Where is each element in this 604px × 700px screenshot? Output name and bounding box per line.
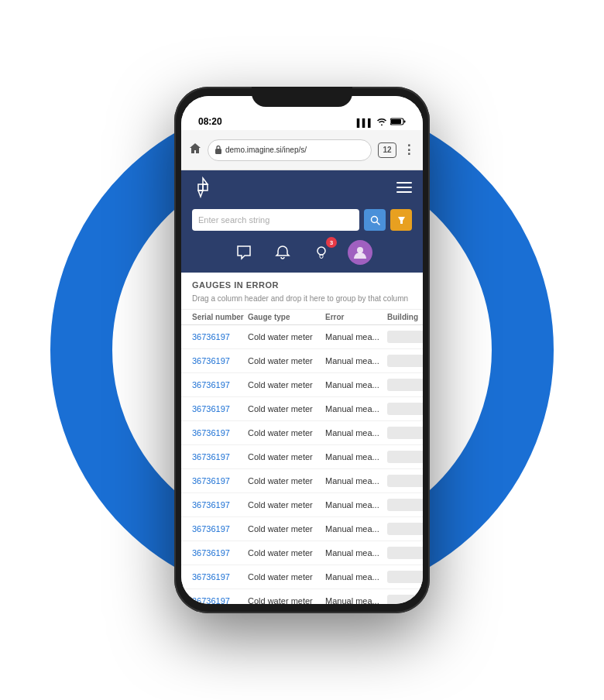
table-row[interactable]: 36736197 Cold water meter Manual mea...: [181, 349, 423, 373]
hamburger-line-3: [396, 191, 412, 193]
cell-error: Manual mea...: [325, 452, 387, 462]
table-row[interactable]: 36736197 Cold water meter Manual mea...: [181, 541, 423, 565]
cell-error: Manual mea...: [325, 332, 387, 341]
drag-hint: Drag a column header and drop it here to…: [181, 293, 423, 310]
app-logo: [192, 177, 214, 198]
filter-button[interactable]: [390, 209, 412, 231]
cell-building: [387, 499, 423, 511]
cell-error: Manual mea...: [325, 404, 387, 413]
scene: 08:20 ▌▌▌: [0, 0, 604, 700]
table-row[interactable]: 36736197 Cold water meter Manual mea...: [181, 397, 423, 421]
cell-type: Cold water meter: [248, 332, 325, 341]
table-body: 36736197 Cold water meter Manual mea... …: [181, 325, 423, 604]
svg-rect-3: [215, 149, 221, 154]
table-row[interactable]: 36736197 Cold water meter Manual mea...: [181, 325, 423, 349]
table-area[interactable]: GAUGES IN ERROR Drag a column header and…: [181, 273, 423, 604]
svg-marker-4: [203, 178, 208, 184]
col-header-error: Error: [325, 313, 387, 321]
cell-error: Manual mea...: [325, 572, 387, 582]
svg-line-9: [376, 221, 379, 225]
cell-type: Cold water meter: [248, 356, 325, 365]
cell-error: Manual mea...: [325, 548, 387, 558]
table-row[interactable]: 36736197 Cold water meter Manual mea...: [181, 373, 423, 397]
browser-tabs-button[interactable]: 12: [378, 142, 396, 158]
svg-marker-7: [198, 190, 203, 197]
browser-chrome: demo.imagine.si/inep/s/ 12 ⋮: [181, 130, 423, 170]
signal-icon: ▌▌▌: [357, 118, 373, 127]
cell-building: [387, 379, 423, 391]
cell-building: [387, 427, 423, 439]
lock-icon: [214, 145, 222, 156]
app-header: [181, 170, 423, 204]
hamburger-line-1: [396, 182, 412, 184]
cell-building: [387, 331, 423, 343]
cell-type: Cold water meter: [248, 428, 325, 438]
cell-serial: 36736197: [192, 356, 248, 365]
svg-marker-5: [203, 184, 208, 190]
phone-shell: 08:20 ▌▌▌: [174, 87, 430, 613]
table-row[interactable]: 36736197 Cold water meter Manual mea...: [181, 421, 423, 445]
cell-serial: 36736197: [192, 524, 248, 534]
user-avatar-button[interactable]: [348, 240, 372, 265]
cell-serial: 36736197: [192, 332, 248, 341]
cell-serial: 36736197: [192, 500, 248, 510]
address-text: demo.imagine.si/inep/s/: [225, 146, 307, 154]
battery-icon: [390, 118, 406, 127]
svg-marker-6: [198, 184, 203, 190]
hamburger-menu-button[interactable]: [396, 182, 412, 193]
address-bar[interactable]: demo.imagine.si/inep/s/: [208, 139, 372, 161]
section-title: GAUGES IN ERROR: [181, 273, 423, 293]
cell-type: Cold water meter: [248, 524, 325, 534]
home-icon[interactable]: [189, 142, 201, 158]
phone-notch: [252, 87, 352, 107]
cell-serial: 36736197: [192, 476, 248, 486]
search-button[interactable]: [364, 209, 386, 231]
cell-building: [387, 571, 423, 583]
cell-error: Manual mea...: [325, 500, 387, 510]
table-row[interactable]: 36736197 Cold water meter Manual mea...: [181, 493, 423, 517]
cell-building: [387, 355, 423, 367]
cell-building: [387, 451, 423, 463]
cell-serial: 36736197: [192, 404, 248, 413]
svg-rect-1: [404, 121, 406, 123]
chat-button[interactable]: [232, 240, 256, 265]
cell-type: Cold water meter: [248, 452, 325, 462]
col-header-serial: Serial number: [192, 313, 248, 321]
table-row[interactable]: 36736197 Cold water meter Manual mea...: [181, 517, 423, 541]
cell-type: Cold water meter: [248, 476, 325, 486]
search-input-placeholder: Enter search string: [198, 215, 353, 225]
cell-error: Manual mea...: [325, 524, 387, 534]
notifications-button[interactable]: [270, 240, 295, 265]
search-input-container[interactable]: Enter search string: [192, 209, 359, 231]
col-header-building: Building: [387, 313, 423, 321]
ideas-button[interactable]: 3: [309, 240, 334, 265]
cell-building: [387, 595, 423, 604]
hamburger-line-2: [396, 187, 412, 188]
svg-marker-10: [398, 217, 405, 224]
cell-type: Cold water meter: [248, 404, 325, 413]
cell-type: Cold water meter: [248, 500, 325, 510]
search-bar: Enter search string: [181, 204, 423, 235]
app-content: Enter search string: [181, 170, 423, 604]
cell-error: Manual mea...: [325, 596, 387, 604]
cell-type: Cold water meter: [248, 572, 325, 582]
cell-serial: 36736197: [192, 452, 248, 462]
status-time: 08:20: [198, 116, 222, 127]
cell-serial: 36736197: [192, 572, 248, 582]
cell-type: Cold water meter: [248, 596, 325, 604]
table-row[interactable]: 36736197 Cold water meter Manual mea...: [181, 589, 423, 604]
cell-building: [387, 475, 423, 487]
cell-error: Manual mea...: [325, 476, 387, 486]
browser-menu-button[interactable]: ⋮: [403, 142, 415, 157]
cell-error: Manual mea...: [325, 356, 387, 365]
cell-type: Cold water meter: [248, 548, 325, 558]
table-row[interactable]: 36736197 Cold water meter Manual mea...: [181, 565, 423, 589]
table-header: Serial number Gauge type Error Building: [181, 310, 423, 325]
cell-serial: 36736197: [192, 548, 248, 558]
table-row[interactable]: 36736197 Cold water meter Manual mea...: [181, 445, 423, 469]
svg-point-12: [357, 247, 363, 253]
col-header-type: Gauge type: [248, 313, 325, 321]
cell-serial: 36736197: [192, 380, 248, 389]
table-row[interactable]: 36736197 Cold water meter Manual mea...: [181, 469, 423, 493]
svg-rect-2: [391, 119, 401, 124]
